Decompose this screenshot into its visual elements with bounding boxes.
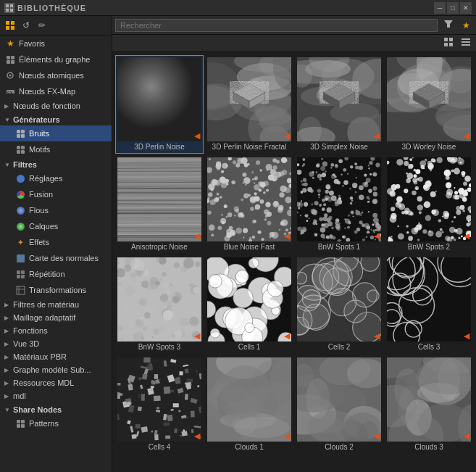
svg-point-340: [375, 162, 380, 167]
sidebar-item-carte-normales[interactable]: Carte des normales: [0, 250, 112, 266]
window-controls: ─ □ ✕: [434, 2, 472, 14]
svg-point-655: [438, 219, 441, 222]
sidebar-item-maillage[interactable]: ▶ Maillage adaptatif: [0, 311, 112, 324]
svg-point-781: [235, 270, 249, 283]
svg-point-918: [234, 417, 290, 438]
grid-item-cells-1[interactable]: ◀Cells 1: [205, 255, 293, 354]
search-input[interactable]: [115, 19, 438, 32]
maximize-button[interactable]: □: [447, 2, 459, 14]
grid-item-cells-3[interactable]: ◀Cells 3: [385, 255, 473, 354]
svg-point-230: [279, 192, 284, 197]
sidebar-item-repetition[interactable]: Répétition: [0, 266, 112, 282]
svg-point-625: [435, 191, 437, 192]
sidebar-item-fonctions[interactable]: ▶ Fonctions: [0, 324, 112, 337]
grid-item-cells-4[interactable]: ◀Cells 4: [115, 355, 204, 454]
sidebar-item-favoris[interactable]: ★ Favoris: [0, 36, 112, 51]
grid-item-clouds-2[interactable]: ◀Clouds 2: [295, 355, 383, 454]
grid-item-clouds-1[interactable]: ◀Clouds 1: [205, 355, 293, 454]
sidebar-item-generateurs[interactable]: ▼ Générateurs: [0, 112, 112, 125]
sidebar-tool-edit[interactable]: ✏: [35, 18, 49, 33]
svg-point-695: [193, 287, 200, 294]
sidebar-item-patterns[interactable]: Patterns: [0, 415, 112, 431]
sidebar-item-fusion[interactable]: Fusion: [0, 186, 112, 202]
svg-point-379: [322, 161, 327, 166]
sidebar-label-ressources-mdl: Ressources MDL: [13, 378, 74, 387]
grid-item-cells-2[interactable]: ◀Cells 2: [295, 255, 383, 354]
materiaux-pbr-arrow: ▶: [4, 354, 9, 360]
svg-rect-37: [449, 38, 453, 41]
sidebar-label-reglages: Réglages: [29, 174, 62, 183]
grid-item-3d-perlin-noise-fractal[interactable]: ◀3D Perlin Noise Fractal: [205, 55, 293, 154]
sidebar-tool-refresh[interactable]: ↺: [19, 18, 33, 33]
sidebar-item-motifs[interactable]: Motifs: [0, 141, 112, 157]
sidebar-item-fxmap[interactable]: FX Nœuds FX-Map: [0, 83, 112, 99]
svg-point-599: [464, 189, 467, 192]
svg-point-279: [272, 232, 278, 239]
svg-point-232: [279, 229, 280, 231]
sidebar-item-graphe-modele[interactable]: ▶ Graphe modèle Sub...: [0, 363, 112, 376]
svg-point-239: [254, 182, 255, 183]
sidebar-item-mdl[interactable]: ▶ mdl: [0, 389, 112, 402]
svg-point-620: [456, 228, 462, 234]
svg-point-462: [325, 190, 329, 194]
svg-point-219: [263, 191, 265, 194]
favorites-filter-button[interactable]: ★: [459, 20, 473, 31]
grid-item-bnw-spots-1[interactable]: ◀BnW Spots 1: [295, 155, 383, 254]
sidebar-item-ressources-mdl[interactable]: ▶ Ressources MDL: [0, 376, 112, 389]
sidebar-item-share-nodes[interactable]: ▼ Share Nodes: [0, 402, 112, 415]
filter-button[interactable]: [440, 18, 456, 32]
sidebar-item-elements[interactable]: Éléments du graphe: [0, 51, 112, 67]
svg-rect-31: [17, 420, 20, 423]
sidebar-item-calques[interactable]: Calques: [0, 218, 112, 234]
grid-toolbar: [112, 35, 476, 52]
sidebar-item-filtres[interactable]: ▼ Filtres: [0, 157, 112, 170]
grid-item-3d-worley-noise[interactable]: ◀3D Worley Noise: [385, 55, 473, 154]
sidebar-item-noeuds-atomiques[interactable]: Nœuds atomiques: [0, 67, 112, 83]
svg-point-790: [361, 257, 380, 271]
svg-point-360: [356, 210, 358, 212]
svg-point-235: [252, 178, 254, 181]
list-view-button[interactable]: [459, 36, 473, 50]
sidebar-item-filtres-materiau[interactable]: ▶ Filtres de matériau: [0, 298, 112, 311]
close-button[interactable]: ✕: [460, 2, 472, 14]
svg-rect-895: [191, 429, 193, 433]
svg-point-319: [267, 169, 268, 170]
svg-rect-879: [185, 368, 189, 373]
sidebar-item-reglages[interactable]: Réglages: [0, 170, 112, 186]
svg-point-305: [260, 199, 264, 204]
svg-point-629: [440, 228, 443, 231]
corner-arrow-icon: ◀: [194, 132, 200, 140]
sidebar-item-fonction[interactable]: ▶ Nœuds de fonction: [0, 99, 112, 112]
svg-point-562: [435, 231, 442, 238]
svg-point-228: [260, 169, 262, 171]
minimize-button[interactable]: ─: [434, 2, 446, 14]
generateurs-arrow: ▼: [4, 117, 10, 123]
svg-point-223: [258, 231, 262, 234]
sidebar-item-materiaux-pbr[interactable]: ▶ Matériaux PBR: [0, 350, 112, 363]
svg-point-322: [251, 171, 254, 173]
grid-item-3d-perlin-noise[interactable]: ◀3D Perlin Noise: [115, 55, 204, 154]
svg-point-567: [398, 233, 404, 240]
svg-rect-883: [173, 403, 179, 407]
sidebar-item-bruits[interactable]: Bruits: [0, 125, 112, 141]
svg-point-397: [322, 199, 325, 202]
grid-item-clouds-3[interactable]: ◀Clouds 3: [385, 355, 473, 454]
grid-item-thumb-cells-2: ◀: [297, 257, 381, 341]
svg-point-743: [180, 318, 188, 326]
sidebar-item-flous[interactable]: Flous: [0, 202, 112, 218]
svg-point-672: [446, 192, 452, 199]
svg-point-497: [359, 185, 364, 190]
svg-point-624: [396, 159, 403, 165]
sidebar-item-transformations[interactable]: Transformations: [0, 282, 112, 298]
grid-item-bnw-spots-2[interactable]: ◀BnW Spots 2: [385, 155, 473, 254]
sidebar-item-vue3d[interactable]: ▶ Vue 3D: [0, 337, 112, 350]
svg-point-413: [368, 211, 369, 212]
sidebar-tool-grid[interactable]: [3, 18, 17, 33]
grid-item-anisotropic-noise[interactable]: ◀Anisotropic Noise: [115, 155, 204, 254]
svg-point-450: [326, 236, 329, 239]
grid-item-bnw-spots-3[interactable]: ◀BnW Spots 3: [115, 255, 204, 354]
sidebar-item-effets[interactable]: ✦ Effets: [0, 234, 112, 250]
grid-item-3d-simplex-noise[interactable]: ◀3D Simplex Noise: [295, 55, 383, 154]
grid-view-button[interactable]: [441, 36, 456, 50]
grid-item-blue-noise-fast[interactable]: ◀Blue Noise Fast: [205, 155, 293, 254]
